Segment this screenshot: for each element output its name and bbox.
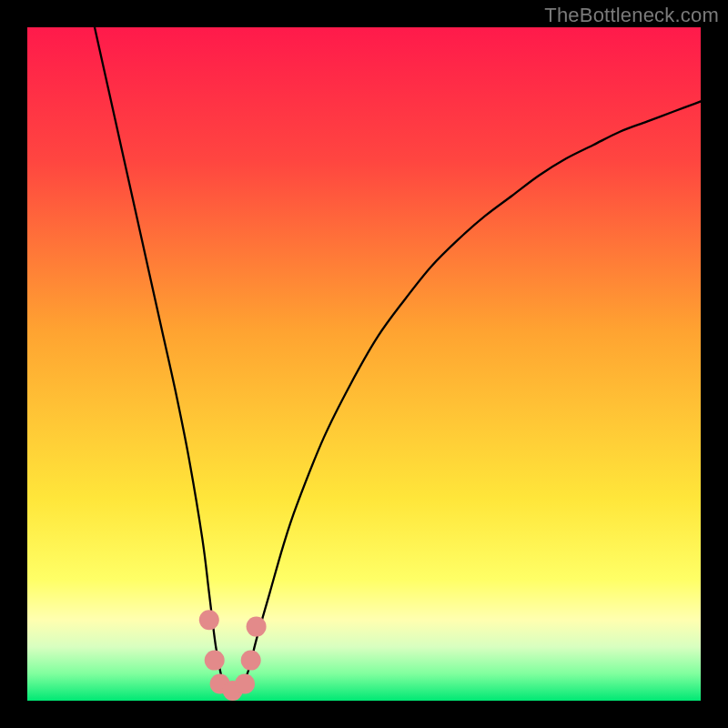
- highlight-point: [241, 651, 261, 671]
- bottleneck-chart: [27, 27, 701, 701]
- gradient-background: [27, 27, 701, 701]
- chart-frame: [27, 27, 701, 701]
- attribution-text: TheBottleneck.com: [544, 4, 719, 27]
- highlight-point: [247, 617, 267, 637]
- highlight-point: [205, 651, 225, 671]
- highlight-point: [199, 610, 219, 630]
- highlight-point: [235, 674, 255, 694]
